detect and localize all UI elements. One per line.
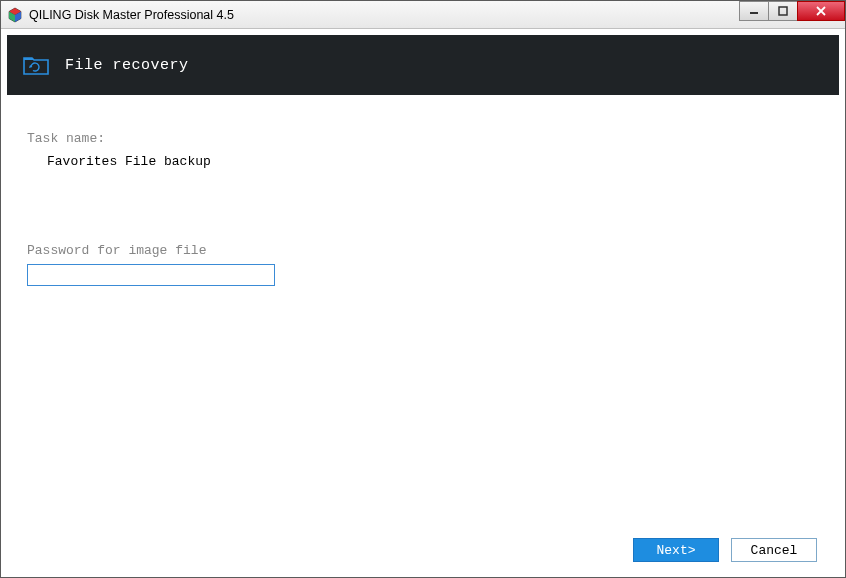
task-name-value: Favorites File backup	[27, 154, 819, 169]
folder-recovery-icon	[23, 54, 49, 76]
svg-rect-5	[779, 7, 787, 15]
close-button[interactable]	[797, 1, 845, 21]
minimize-icon	[749, 6, 759, 16]
maximize-icon	[778, 6, 788, 16]
cancel-button-label: Cancel	[751, 543, 798, 558]
minimize-button[interactable]	[739, 1, 769, 21]
password-label: Password for image file	[27, 243, 819, 258]
content-area: Task name: Favorites File backup Passwor…	[7, 95, 839, 529]
cancel-button[interactable]: Cancel	[731, 538, 817, 562]
page-title: File recovery	[65, 57, 189, 74]
titlebar[interactable]: QILING Disk Master Professional 4.5	[1, 1, 845, 29]
app-icon	[7, 7, 23, 23]
password-input[interactable]	[27, 264, 275, 286]
svg-rect-4	[750, 12, 758, 14]
close-icon	[815, 6, 827, 16]
footer: Next> Cancel	[7, 529, 839, 571]
next-button[interactable]: Next>	[633, 538, 719, 562]
next-button-label: Next>	[656, 543, 695, 558]
task-name-label: Task name:	[27, 131, 819, 146]
maximize-button[interactable]	[768, 1, 798, 21]
app-window: QILING Disk Master Professional 4.5	[0, 0, 846, 578]
page-header: File recovery	[7, 35, 839, 95]
window-title: QILING Disk Master Professional 4.5	[29, 8, 234, 22]
window-controls	[740, 1, 845, 21]
